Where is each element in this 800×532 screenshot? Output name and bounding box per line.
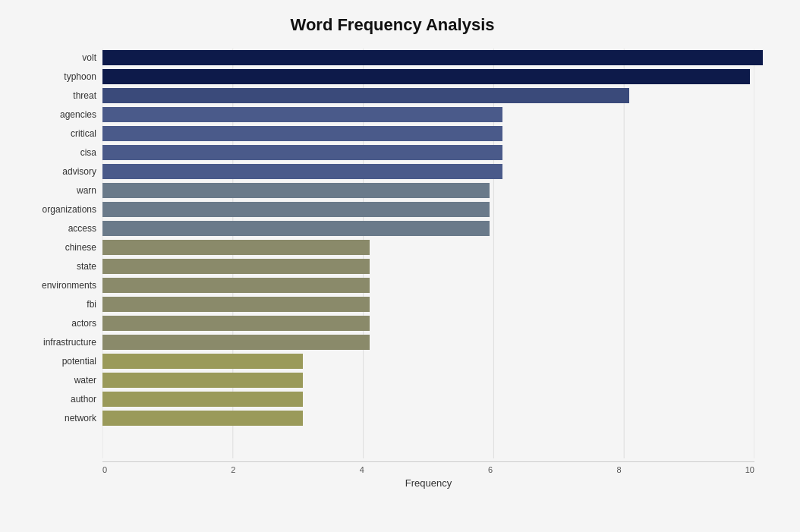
x-tick: 0 [102, 465, 107, 474]
bar-track [102, 316, 770, 331]
x-tick: 4 [360, 465, 364, 474]
bar-row: organizations [15, 200, 770, 219]
bar-track [102, 69, 770, 84]
bar-label: state [15, 261, 102, 272]
bar-label: access [15, 223, 102, 234]
bar-fill [102, 221, 490, 236]
bar-track [102, 240, 770, 255]
bar-label: organizations [15, 204, 102, 215]
bar-row: threat [15, 87, 770, 105]
bar-label: warn [15, 185, 102, 196]
bar-row: actors [15, 314, 770, 332]
bar-row: infrastructure [15, 333, 770, 351]
bar-fill [102, 373, 303, 388]
bar-label: chinese [15, 242, 102, 253]
bar-fill [102, 69, 750, 84]
bar-fill [102, 107, 502, 122]
bar-row: access [15, 219, 770, 238]
bar-fill [102, 354, 303, 369]
bar-track [102, 278, 770, 293]
bar-track [102, 411, 770, 426]
bar-row: advisory [15, 162, 770, 181]
bar-row: water [15, 371, 770, 389]
bar-row: typhoon [15, 68, 770, 86]
x-axis-label: Frequency [102, 477, 754, 489]
bar-fill [102, 259, 370, 274]
bar-label: critical [15, 128, 102, 139]
bar-row: critical [15, 124, 770, 143]
bar-row: environments [15, 276, 770, 294]
x-tick: 10 [745, 465, 754, 474]
bar-fill [102, 335, 370, 350]
bar-label: environments [15, 280, 102, 291]
bar-fill [102, 50, 763, 65]
bar-track [102, 183, 770, 198]
bar-row: volt [15, 49, 770, 67]
bar-row: warn [15, 181, 770, 200]
bar-label: fbi [15, 299, 102, 310]
bar-row: chinese [15, 238, 770, 257]
bar-fill [102, 183, 490, 198]
bar-label: agencies [15, 109, 102, 120]
bar-track [102, 126, 770, 141]
bar-label: advisory [15, 166, 102, 177]
chart-title: Word Frequency Analysis [15, 15, 770, 35]
bar-fill [102, 411, 303, 426]
x-axis: 0246810 Frequency [102, 461, 754, 489]
bar-row: cisa [15, 143, 770, 162]
bar-fill [102, 202, 490, 217]
x-tick: 8 [616, 465, 621, 474]
bar-row: author [15, 390, 770, 408]
bar-fill [102, 164, 502, 179]
bar-row: agencies [15, 105, 770, 124]
bar-fill [102, 88, 629, 103]
bar-fill [102, 278, 370, 293]
bar-fill [102, 126, 502, 141]
bar-fill [102, 145, 502, 160]
x-tick: 6 [488, 465, 493, 474]
bar-label: volt [15, 52, 102, 63]
bar-track [102, 88, 770, 103]
bar-label: potential [15, 356, 102, 367]
bar-track [102, 354, 770, 369]
bar-fill [102, 316, 370, 331]
bar-label: typhoon [15, 71, 102, 82]
bar-track [102, 202, 770, 217]
bar-fill [102, 240, 370, 255]
bar-fill [102, 297, 370, 312]
bar-track [102, 221, 770, 236]
bar-label: network [15, 413, 102, 423]
bar-track [102, 164, 770, 179]
bar-label: infrastructure [15, 337, 102, 348]
bar-label: cisa [15, 147, 102, 158]
bar-label: water [15, 375, 102, 386]
x-tick: 2 [231, 465, 235, 474]
chart-container: Word Frequency Analysis volttyphoonthrea… [0, 0, 800, 532]
bar-track [102, 145, 770, 160]
bar-track [102, 107, 770, 122]
bar-row: potential [15, 352, 770, 370]
bar-track [102, 335, 770, 350]
bar-row: network [15, 409, 770, 427]
bar-track [102, 259, 770, 274]
bar-row: fbi [15, 295, 770, 313]
bar-track [102, 392, 770, 407]
bar-fill [102, 392, 303, 407]
bar-row: state [15, 257, 770, 275]
bar-label: threat [15, 90, 102, 101]
chart-area: volttyphoonthreatagenciescriticalcisaadv… [15, 49, 770, 428]
bar-track [102, 50, 770, 65]
bar-label: actors [15, 318, 102, 329]
bar-track [102, 297, 770, 312]
bar-label: author [15, 394, 102, 405]
bar-track [102, 373, 770, 388]
